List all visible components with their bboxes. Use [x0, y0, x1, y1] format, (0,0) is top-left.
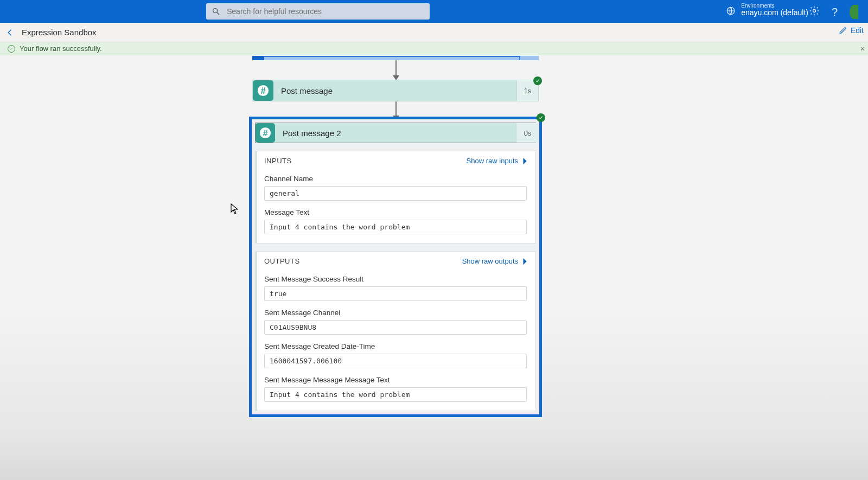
step-post-message[interactable]: # Post message 1s — [252, 80, 539, 101]
output-text-value: Input 4 contains the word problem — [264, 387, 527, 402]
environment-name: enayu.com (default) — [741, 9, 808, 17]
output-created-value: 1600041597.006100 — [264, 354, 527, 368]
page-title: Expression Sandbox — [22, 28, 97, 37]
show-raw-outputs-link[interactable]: Show raw outputs — [462, 257, 528, 265]
edit-label: Edit — [851, 26, 864, 35]
slack-icon: # — [253, 80, 273, 101]
field-label: Sent Message Channel — [264, 309, 527, 317]
step-label: Post message — [281, 86, 333, 95]
banner-message: Your flow ran successfully. — [20, 44, 102, 53]
slack-icon: # — [256, 123, 275, 143]
field-label: Message Text — [264, 208, 527, 216]
edit-button[interactable]: Edit — [839, 26, 864, 35]
inputs-panel: INPUTS Show raw inputs Channel Name gene… — [255, 151, 536, 244]
svg-point-3 — [813, 10, 815, 12]
field-label: Sent Message Created Date-Time — [264, 342, 527, 350]
step-label: Post message 2 — [283, 129, 341, 138]
pencil-icon — [839, 26, 847, 35]
step-success-icon — [533, 76, 542, 85]
field-label: Sent Message Message Message Text — [264, 376, 527, 384]
output-channel-value: C01AUS9BNU8 — [264, 320, 527, 335]
step-duration: 0s — [516, 123, 539, 143]
chevron-right-icon — [522, 157, 528, 165]
avatar[interactable] — [850, 5, 858, 19]
success-icon — [8, 45, 15, 53]
chevron-right-icon — [522, 258, 528, 265]
field-label: Channel Name — [264, 175, 527, 183]
outputs-panel: OUTPUTS Show raw outputs Sent Message Su… — [255, 251, 536, 411]
previous-step-collapsed[interactable] — [252, 56, 539, 60]
svg-point-0 — [213, 9, 218, 13]
environment-picker[interactable]: Environments enayu.com (default) — [726, 2, 808, 18]
channel-name-value: general — [264, 186, 527, 201]
mouse-cursor-icon — [231, 203, 238, 216]
banner-close-button[interactable]: × — [860, 44, 865, 53]
search-field[interactable] — [226, 7, 424, 16]
success-banner: Your flow ran successfully. × — [0, 42, 868, 55]
inputs-title: INPUTS — [264, 157, 292, 165]
help-icon[interactable]: ? — [832, 6, 838, 18]
settings-icon[interactable] — [809, 5, 820, 18]
back-button[interactable] — [4, 27, 16, 39]
app-topbar: Environments enayu.com (default) ? — [0, 0, 868, 23]
breadcrumb: Expression Sandbox Edit — [0, 23, 868, 42]
step-post-message-2-expanded: # Post message 2 0s INPUTS Show raw inpu… — [249, 117, 542, 417]
show-raw-inputs-label: Show raw inputs — [467, 157, 518, 165]
step-header[interactable]: # Post message 2 0s — [255, 123, 536, 143]
show-raw-inputs-link[interactable]: Show raw inputs — [467, 157, 528, 165]
outputs-title: OUTPUTS — [264, 257, 300, 265]
message-text-value: Input 4 contains the word problem — [264, 220, 527, 234]
svg-text:#: # — [260, 86, 265, 95]
step-success-icon — [537, 113, 545, 122]
flow-canvas[interactable]: # Post message 1s # Post message 2 0s IN… — [0, 55, 868, 480]
field-label: Sent Message Success Result — [264, 275, 527, 283]
output-success-value: true — [264, 286, 527, 301]
environment-icon — [726, 6, 736, 18]
svg-text:#: # — [263, 128, 267, 138]
search-icon — [212, 7, 220, 16]
search-input[interactable] — [206, 3, 430, 20]
show-raw-outputs-label: Show raw outputs — [462, 257, 518, 265]
svg-line-1 — [217, 12, 219, 15]
